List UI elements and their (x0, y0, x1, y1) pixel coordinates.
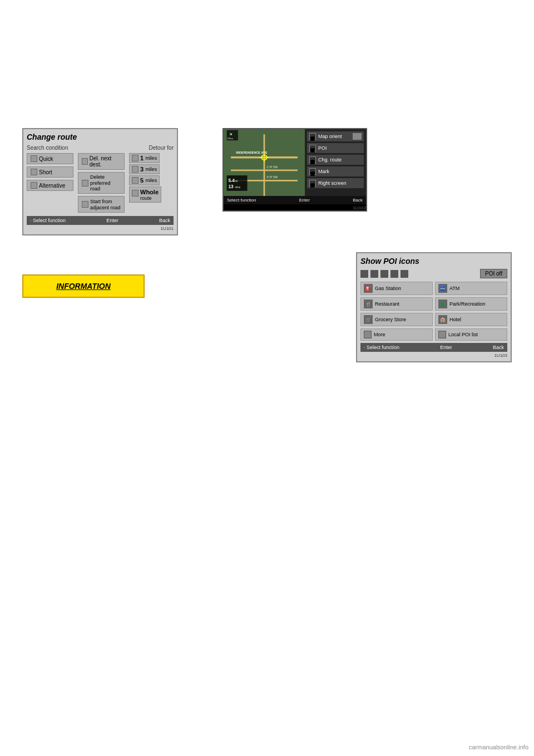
poi-back: Back (493, 345, 504, 350)
svg-text:mi: mi (235, 180, 238, 183)
bottom-text-area (11, 362, 523, 384)
poi-enter: Enter (440, 345, 452, 350)
svg-text:1/Now: 1/Now (228, 138, 234, 140)
poi-screen: Show POI icons POI off ⛽ Gas Station 🏧 (356, 252, 512, 362)
delete-preferred-option[interactable]: Delete preferred road (78, 172, 125, 194)
right-screen-button[interactable]: ■ Right screen (307, 178, 364, 188)
search-condition-label: Search condition (27, 145, 68, 151)
start-adjacent-checkbox[interactable] (82, 201, 88, 208)
map-area: INDEPENDENCE AVE C ST SW D ST SW N 1/Now (224, 129, 305, 196)
quick-option[interactable]: Quick (27, 153, 73, 164)
information-label: INFORMATION (56, 282, 111, 291)
map-enter: Enter (299, 198, 310, 203)
gas-station-label: Gas Station (375, 286, 401, 291)
poi-top-row: POI off (360, 269, 507, 278)
poi-icon-5 (400, 270, 408, 278)
map-orient-button[interactable]: ■ Map orient (307, 131, 364, 141)
atm-label: ATM (449, 286, 459, 291)
poi-icon-4 (390, 270, 398, 278)
svg-text:INDEPENDENCE AVE: INDEPENDENCE AVE (236, 151, 267, 154)
map-bottom-bar: Select function Enter Back (224, 196, 366, 204)
poi-grid: ⛽ Gas Station 🏧 ATM 🍴 Restaurant 🌲 Park/… (360, 282, 507, 341)
atm-option[interactable]: 🏧 ATM (435, 282, 507, 295)
top-text-area (11, 11, 523, 122)
hotel-option[interactable]: 🏨 Hotel (435, 313, 507, 326)
left-options: Quick Short Alternative (27, 153, 73, 213)
poi-off-button[interactable]: POI off (480, 269, 507, 278)
quick-label: Quick (39, 156, 53, 162)
poi-title: Show POI icons (360, 257, 507, 266)
poi-bottom-bar: · Select function Enter Back (360, 343, 507, 352)
svg-text:C ST SW: C ST SW (267, 166, 278, 169)
page-container: Change route Search condition Detour for… (0, 0, 534, 756)
del-next-dest-option[interactable]: Del. next dest. (78, 153, 125, 170)
map-select-function: Select function (227, 198, 256, 203)
gas-station-option[interactable]: ⛽ Gas Station (360, 282, 433, 295)
change-route-bottom-bar: · Select function Enter Back (27, 216, 174, 225)
short-checkbox[interactable] (31, 169, 37, 175)
park-recreation-option[interactable]: 🌲 Park/Recreation (435, 297, 507, 311)
grocery-store-label: Grocery Store (375, 317, 406, 322)
start-adjacent-option[interactable]: Start from adjacent road (78, 196, 125, 213)
chg-route-icon: ■ (309, 156, 316, 163)
restaurant-option[interactable]: 🍴 Restaurant (360, 297, 433, 311)
mark-icon: ■ (309, 168, 316, 175)
options-grid: Quick Short Alternative (27, 153, 174, 213)
atm-icon: 🏧 (438, 284, 447, 293)
grocery-store-icon: 🛒 (364, 315, 373, 324)
restaurant-icon: 🍴 (364, 300, 373, 308)
detour-1-miles[interactable]: 1 miles (129, 153, 160, 163)
delete-preferred-checkbox[interactable] (82, 180, 88, 186)
more-label: More (374, 332, 385, 337)
detour-whole-checkbox[interactable] (132, 190, 139, 197)
alternative-option[interactable]: Alternative (27, 180, 73, 191)
local-poi-list-checkbox[interactable] (438, 331, 446, 338)
svg-text:5.4: 5.4 (228, 178, 235, 183)
mark-label: Mark (318, 169, 329, 174)
detour-3-checkbox[interactable] (132, 166, 139, 173)
chg-route-button[interactable]: ■ Chg. route (307, 155, 364, 165)
poi-icon-3 (380, 270, 388, 278)
map-svg: INDEPENDENCE AVE C ST SW D ST SW N 1/Now (224, 129, 305, 196)
search-detour-row: Search condition Detour for (27, 145, 174, 151)
quick-checkbox[interactable] (31, 155, 37, 162)
local-poi-list-option[interactable]: Local POI list (435, 328, 507, 341)
detour-5-miles[interactable]: 5 miles (129, 175, 160, 185)
information-box: INFORMATION (22, 274, 145, 298)
poi-icon-1 (360, 270, 368, 278)
detour-3-miles[interactable]: 3 miles (129, 164, 160, 174)
svg-text:D ST SW: D ST SW (267, 176, 278, 179)
map-orient-icon: ■ (309, 133, 316, 140)
grocery-store-option[interactable]: 🛒 Grocery Store (360, 313, 433, 326)
more-checkbox[interactable] (364, 331, 372, 338)
detour-5-checkbox[interactable] (132, 177, 139, 184)
change-route-screen: Change route Search condition Detour for… (22, 128, 178, 235)
screens-row-1: Change route Search condition Detour for… (11, 128, 523, 235)
right-screen-label: Right screen (318, 180, 347, 186)
enter-label: Enter (106, 218, 118, 223)
park-recreation-label: Park/Recreation (449, 301, 486, 307)
poi-button[interactable]: ■ POI (307, 143, 364, 153)
park-recreation-icon: 🌲 (438, 300, 447, 308)
detour-whole-route[interactable]: Whole route (129, 186, 161, 203)
select-function-label: · Select function (30, 218, 66, 223)
alternative-checkbox[interactable] (31, 182, 37, 189)
change-route-title: Change route (27, 132, 174, 141)
del-next-dest-checkbox[interactable] (82, 158, 88, 165)
alternative-label: Alternative (39, 183, 65, 189)
local-poi-list-label: Local POI list (448, 332, 478, 337)
poi-icon-2 (370, 270, 378, 278)
detour-for-label: Detour for (149, 145, 174, 151)
back-label: Back (159, 218, 170, 223)
short-option[interactable]: Short (27, 166, 73, 178)
more-option[interactable]: More (360, 328, 433, 341)
svg-text:13: 13 (228, 184, 234, 189)
hotel-label: Hotel (449, 317, 461, 322)
mark-button[interactable]: ■ Mark (307, 166, 364, 176)
restaurant-label: Restaurant (375, 301, 399, 307)
gas-station-icon: ⛽ (364, 284, 373, 293)
detour-1-checkbox[interactable] (132, 155, 139, 161)
screen-id-1u102: 1U102 (224, 205, 366, 210)
poi-select-function: · Select function (364, 345, 399, 350)
map-menu-screen: INDEPENDENCE AVE C ST SW D ST SW N 1/Now (222, 128, 367, 212)
